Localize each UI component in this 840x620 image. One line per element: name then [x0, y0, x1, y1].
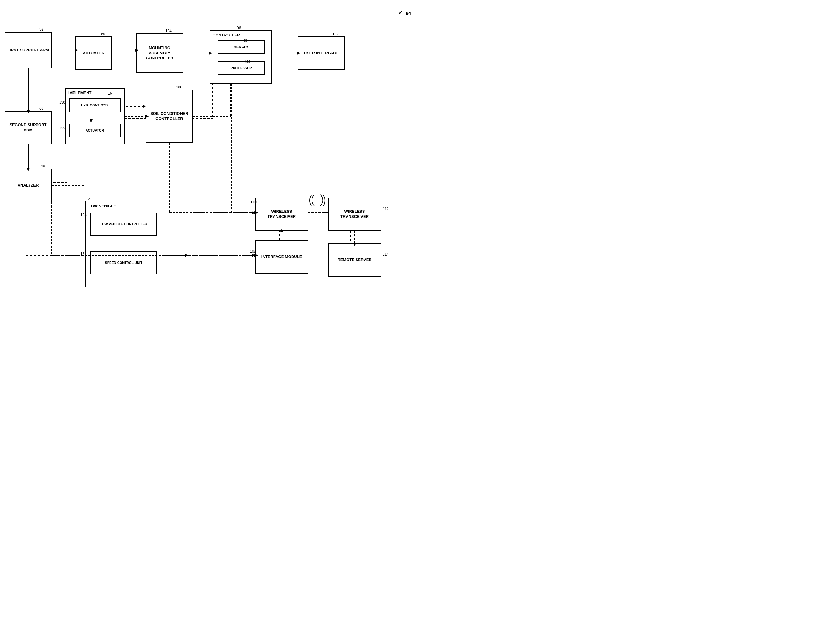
ref-96: 96 [237, 26, 241, 30]
soil-conditioner-box: SOIL CONDITIONER CONTROLLER [146, 90, 193, 143]
processor-box: PROCESSOR [218, 62, 265, 75]
actuator-impl-box: ACTUATOR [69, 124, 121, 137]
curve-52: ⌒ [36, 25, 40, 30]
wireless-110-box: WIRELESS TRANSCEIVER [255, 197, 308, 231]
ref-98: 98 [243, 39, 247, 42]
ref-94: 94 [406, 11, 411, 16]
tow-vehicle-box: TOW VEHICLE TOW VEHICLE CONTROLLER SPEED… [85, 200, 162, 287]
ref-28: 28 [41, 164, 45, 169]
ref-130: 130 [59, 100, 65, 105]
hyd-cont-sys-box: HYD. CONT. SYS. [69, 98, 121, 112]
speed-control-box: SPEED CONTROL UNIT [90, 251, 157, 274]
ref-68: 68 [39, 106, 44, 111]
ref-110: 110 [250, 200, 256, 204]
actuator-top-box: ACTUATOR [75, 36, 112, 70]
ref-102: 102 [333, 32, 339, 36]
ref-100: 100 [245, 60, 250, 64]
wireless-112-box: WIRELESS TRANSCEIVER [328, 197, 381, 231]
tow-vehicle-controller-box: TOW VEHICLE CONTROLLER [90, 213, 157, 236]
ref-12: 12 [86, 197, 90, 201]
ref-108: 108 [250, 249, 256, 253]
svg-marker-16 [252, 211, 255, 214]
ref-132: 132 [59, 126, 65, 130]
mounting-assembly-box: MOUNTING ASSEMBLY CONTROLLER [136, 33, 183, 73]
svg-marker-23 [185, 254, 188, 257]
svg-marker-21 [252, 254, 255, 257]
ref-134: 134 [81, 252, 87, 256]
interface-module-box: INTERFACE MODULE [255, 240, 308, 274]
second-support-arm-box: SECOND SUPPORT ARM [4, 111, 52, 144]
remote-server-box: REMOTE SERVER [328, 243, 381, 277]
ref-106: 106 [176, 85, 182, 89]
ref-arrow-94: ↙ [398, 9, 403, 16]
ref-52: 52 [39, 27, 44, 32]
ref-60: 60 [101, 32, 105, 36]
diagram: 94 ↙ FIRST SUPPORT ARM 52 ⌒ ACTUATOR 60 … [0, 0, 420, 310]
controller-box: CONTROLLER MEMORY 98 PROCESSOR 100 [210, 30, 272, 84]
analyzer-box: ANALYZER [4, 169, 52, 202]
implement-box: IMPLEMENT HYD. CONT. SYS. ACTUATOR [65, 88, 124, 144]
ref-128: 128 [81, 213, 87, 217]
ref-104: 104 [165, 29, 172, 33]
ref-112: 112 [382, 207, 389, 211]
ref-16: 16 [108, 91, 112, 95]
memory-box: MEMORY [218, 40, 265, 54]
first-support-arm-box: FIRST SUPPORT ARM [4, 32, 52, 68]
ref-114: 114 [382, 252, 389, 256]
svg-marker-13 [143, 105, 146, 108]
user-interface-box: USER INTERFACE [298, 36, 345, 70]
